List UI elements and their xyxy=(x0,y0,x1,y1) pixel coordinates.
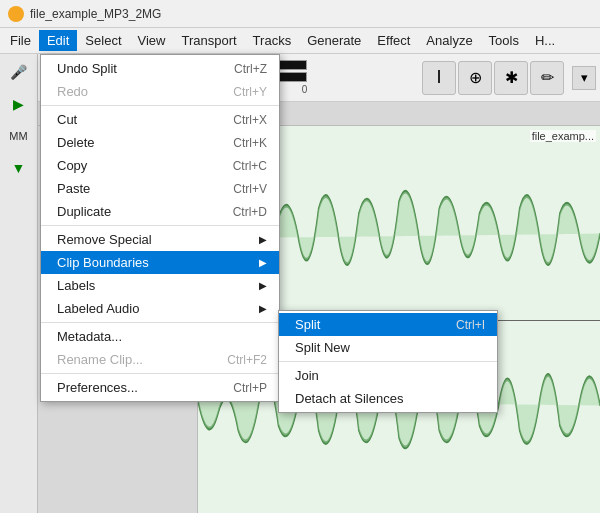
menu-labeled-audio[interactable]: Labeled Audio ▶ xyxy=(41,297,279,320)
draw-tool[interactable]: ✏ xyxy=(530,61,564,95)
menu-undo-split[interactable]: Undo Split Ctrl+Z xyxy=(41,57,279,80)
left-toolbar: 🎤 ▶ MM ▼ xyxy=(0,54,38,513)
menu-metadata[interactable]: Metadata... xyxy=(41,325,279,348)
zoom-tool[interactable]: ⊕ xyxy=(458,61,492,95)
menu-delete[interactable]: Delete Ctrl+K xyxy=(41,131,279,154)
menu-remove-special[interactable]: Remove Special ▶ xyxy=(41,228,279,251)
submenu-split-new[interactable]: Split New xyxy=(279,336,497,359)
down-arrow-btn[interactable]: ▼ xyxy=(5,154,33,182)
menu-duplicate[interactable]: Duplicate Ctrl+D xyxy=(41,200,279,223)
menu-preferences[interactable]: Preferences... Ctrl+P xyxy=(41,376,279,399)
menu-rename-clip[interactable]: Rename Clip... Ctrl+F2 xyxy=(41,348,279,371)
menu-copy[interactable]: Copy Ctrl+C xyxy=(41,154,279,177)
menu-clip-boundaries[interactable]: Clip Boundaries ▶ xyxy=(41,251,279,274)
title-text: file_example_MP3_2MG xyxy=(30,7,161,21)
submenu-split[interactable]: Split Ctrl+I xyxy=(279,313,497,336)
title-bar: file_example_MP3_2MG xyxy=(0,0,600,28)
menu-select[interactable]: Select xyxy=(77,30,129,51)
menu-effect[interactable]: Effect xyxy=(369,30,418,51)
extra-btn[interactable]: MM xyxy=(5,122,33,150)
menu-analyze[interactable]: Analyze xyxy=(418,30,480,51)
menu-tracks[interactable]: Tracks xyxy=(245,30,300,51)
menu-view[interactable]: View xyxy=(130,30,174,51)
menu-generate[interactable]: Generate xyxy=(299,30,369,51)
play-btn[interactable]: ▶ xyxy=(5,90,33,118)
separator-2 xyxy=(41,225,279,226)
submenu-join[interactable]: Join xyxy=(279,364,497,387)
menu-paste[interactable]: Paste Ctrl+V xyxy=(41,177,279,200)
menu-labels[interactable]: Labels ▶ xyxy=(41,274,279,297)
app-icon xyxy=(8,6,24,22)
submenu-separator-1 xyxy=(279,361,497,362)
menu-edit[interactable]: Edit xyxy=(39,30,77,51)
separator-4 xyxy=(41,373,279,374)
mic-btn[interactable]: 🎤 xyxy=(5,58,33,86)
cursor-tool[interactable]: I xyxy=(422,61,456,95)
menu-bar: File Edit Select View Transport Tracks G… xyxy=(0,28,600,54)
menu-redo[interactable]: Redo Ctrl+Y xyxy=(41,80,279,103)
menu-cut[interactable]: Cut Ctrl+X xyxy=(41,108,279,131)
menu-help[interactable]: H... xyxy=(527,30,563,51)
submenu-detach[interactable]: Detach at Silences xyxy=(279,387,497,410)
menu-transport[interactable]: Transport xyxy=(173,30,244,51)
cross-tool[interactable]: ✱ xyxy=(494,61,528,95)
menu-tools[interactable]: Tools xyxy=(481,30,527,51)
edit-dropdown: Undo Split Ctrl+Z Redo Ctrl+Y Cut Ctrl+X… xyxy=(40,54,280,402)
separator-1 xyxy=(41,105,279,106)
waveform-track-name2: file_examp... xyxy=(530,130,596,142)
menu-file[interactable]: File xyxy=(2,30,39,51)
tool-buttons: I ⊕ ✱ ✏ xyxy=(422,61,564,95)
separator-3 xyxy=(41,322,279,323)
dropdown-btn[interactable]: ▾ xyxy=(572,66,596,90)
clip-boundaries-submenu: Split Ctrl+I Split New Join Detach at Si… xyxy=(278,310,498,413)
